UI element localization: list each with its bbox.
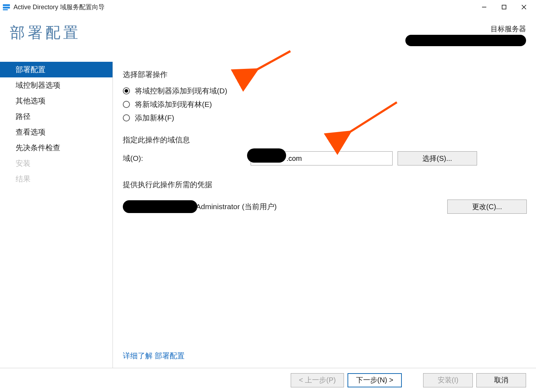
radio-icon (123, 101, 130, 108)
radio-option-0[interactable]: 将域控制器添加到现有域(D) (123, 86, 527, 96)
target-server-label: 目标服务器 (491, 24, 526, 34)
radio-icon (123, 114, 130, 121)
learn-more-text: 部署配置 (155, 352, 185, 360)
credentials-text: Administrator (当前用户) (196, 202, 277, 212)
target-server-value-redacted (405, 35, 526, 46)
prev-button[interactable]: < 上一步(P) (291, 373, 344, 387)
radio-icon (123, 87, 130, 94)
credentials-domain-redacted (123, 200, 197, 213)
sidebar-item-result: 结果 (0, 171, 113, 187)
next-button[interactable]: 下一步(N) > (348, 373, 402, 387)
header-band: 部署配置 目标服务器 (0, 14, 536, 57)
radio-option-1[interactable]: 将新域添加到现有林(E) (123, 99, 527, 109)
svg-rect-2 (3, 9, 8, 10)
body: 部署配置 域控制器选项 其他选项 路径 查看选项 先决条件检查 安装 结果 选择… (0, 57, 536, 368)
install-button: 安装(I) (423, 373, 473, 387)
maximize-button[interactable] (494, 0, 514, 14)
wizard-window: Active Directory 域服务配置向导 部署配置 目标服务器 部署配置… (0, 0, 536, 392)
sidebar-item-install: 安装 (0, 156, 113, 171)
sidebar-item-deploy-config[interactable]: 部署配置 (0, 62, 113, 77)
radio-label: 添加新林(F) (135, 113, 174, 123)
radio-label: 将新域添加到现有林(E) (135, 99, 212, 109)
sidebar-item-review[interactable]: 查看选项 (0, 124, 113, 140)
radio-option-2[interactable]: 添加新林(F) (123, 113, 527, 123)
titlebar: Active Directory 域服务配置向导 (0, 0, 536, 14)
sidebar-item-dc-options[interactable]: 域控制器选项 (0, 77, 113, 93)
cancel-button[interactable]: 取消 (476, 373, 526, 387)
window-title: Active Directory 域服务配置向导 (13, 3, 105, 11)
domain-label: 域(O): (123, 153, 251, 163)
credentials-title: 提供执行此操作所需的凭据 (123, 180, 527, 190)
change-credentials-button[interactable]: 更改(C)... (447, 200, 527, 214)
choose-operation-title: 选择部署操作 (123, 70, 527, 80)
window-controls (474, 0, 534, 14)
sidebar-item-prereq[interactable]: 先决条件检查 (0, 140, 113, 156)
domain-row: 域(O): 选择(S)... (123, 151, 527, 165)
server-manager-icon (2, 3, 11, 11)
close-button[interactable] (514, 0, 534, 14)
learn-more-link[interactable]: 详细了解 部署配置 (123, 351, 185, 361)
svg-rect-0 (3, 4, 10, 6)
domain-value-redacted (247, 148, 286, 163)
footer: < 上一步(P) 下一步(N) > 安装(I) 取消 (0, 368, 536, 392)
svg-rect-4 (502, 5, 506, 9)
svg-rect-1 (3, 7, 10, 9)
sidebar: 部署配置 域控制器选项 其他选项 路径 查看选项 先决条件检查 安装 结果 (0, 57, 113, 368)
domain-info-title: 指定此操作的域信息 (123, 135, 527, 145)
learn-more-prefix: 详细了解 (123, 352, 155, 360)
select-domain-button[interactable]: 选择(S)... (398, 151, 477, 165)
sidebar-item-other-options[interactable]: 其他选项 (0, 93, 113, 109)
radio-label: 将域控制器添加到现有域(D) (135, 86, 227, 96)
minimize-button[interactable] (474, 0, 494, 14)
sidebar-item-paths[interactable]: 路径 (0, 109, 113, 124)
content: 选择部署操作 将域控制器添加到现有域(D) 将新域添加到现有林(E) 添加新林(… (113, 57, 536, 368)
credentials-row: Administrator (当前用户) 更改(C)... (123, 200, 527, 214)
